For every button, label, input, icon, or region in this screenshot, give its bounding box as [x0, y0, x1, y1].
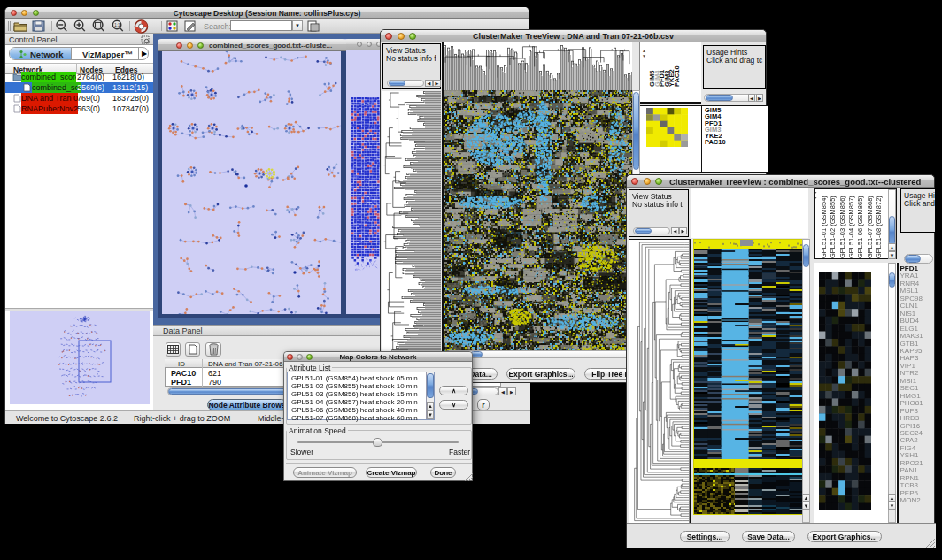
- svg-text:1:1: 1:1: [114, 23, 120, 27]
